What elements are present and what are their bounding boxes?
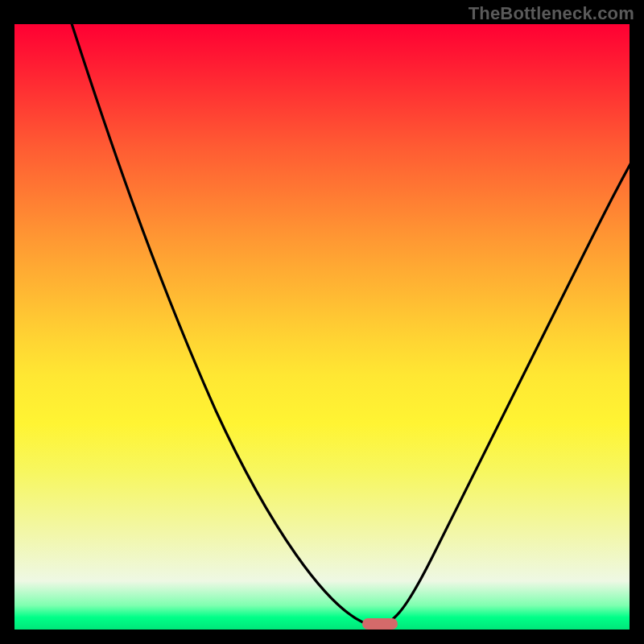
optimal-marker [362, 618, 398, 630]
bottleneck-curve-path [69, 24, 630, 626]
watermark-text: TheBottleneck.com [469, 3, 634, 24]
curve-svg [14, 24, 630, 630]
chart-frame: TheBottleneck.com [0, 0, 644, 644]
plot-area [14, 24, 630, 630]
